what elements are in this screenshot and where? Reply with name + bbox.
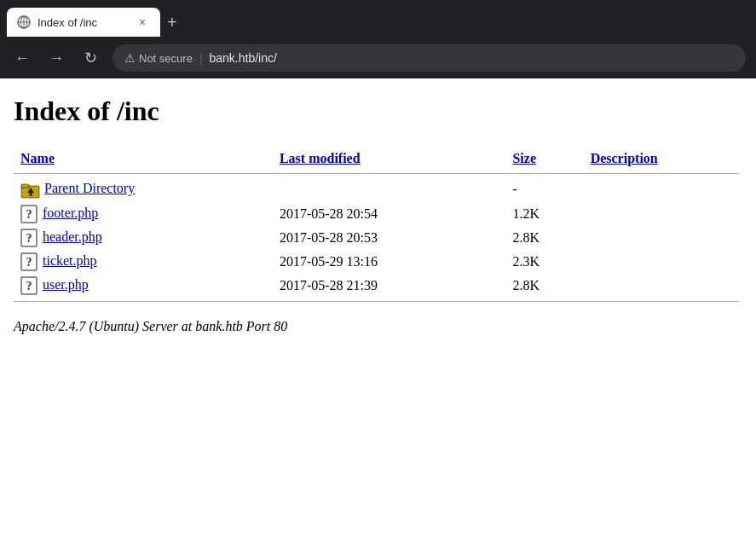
footer-divider (14, 301, 739, 302)
tab-favicon (17, 15, 31, 29)
parent-dir-icon (20, 180, 41, 200)
col-header-description-link[interactable]: Description (591, 151, 658, 165)
file-modified-cell: 2017-05-28 21:39 (273, 274, 506, 298)
svg-text:?: ? (26, 256, 32, 269)
not-secure-indicator: ⚠ Not secure (124, 51, 193, 65)
table-row: Parent Directory- (14, 177, 739, 202)
table-row: ? header.php2017-05-28 20:532.8K (14, 226, 739, 250)
reload-button[interactable]: ↻ (78, 46, 102, 70)
header-divider (14, 173, 739, 174)
file-modified-cell: 2017-05-28 20:54 (273, 202, 506, 226)
file-size-cell: 2.8K (505, 274, 583, 298)
file-name-cell: Parent Directory (14, 177, 273, 202)
table-row: ? user.php2017-05-28 21:392.8K (14, 274, 739, 298)
file-modified-cell: 2017-05-28 20:53 (273, 226, 506, 250)
not-secure-label: Not secure (139, 52, 193, 65)
tab-close-button[interactable]: × (135, 14, 150, 30)
new-tab-button[interactable]: + (167, 13, 177, 32)
file-name-cell: ? footer.php (14, 202, 273, 226)
file-desc-cell (584, 177, 739, 202)
active-tab[interactable]: Index of /inc × (7, 8, 160, 37)
page-title: Index of /inc (14, 96, 739, 127)
file-size-cell: - (505, 177, 583, 202)
table-header-row: Name Last modified Size Description (14, 148, 739, 170)
tab-bar: Index of /inc × + (0, 0, 756, 38)
file-desc-cell (584, 226, 739, 250)
header-divider-row (14, 170, 739, 177)
file-size-cell: 1.2K (505, 202, 583, 226)
svg-text:?: ? (26, 280, 32, 293)
col-header-modified: Last modified (273, 148, 506, 170)
table-row: ? footer.php2017-05-28 20:541.2K (14, 202, 739, 226)
svg-text:?: ? (26, 232, 32, 245)
file-name-cell: ? user.php (14, 274, 273, 298)
back-button[interactable]: ← (10, 46, 34, 70)
file-link[interactable]: Parent Directory (44, 181, 135, 195)
url-separator: | (199, 51, 203, 65)
address-bar: ← → ↻ ⚠ Not secure | bank.htb/inc/ (0, 38, 756, 78)
file-listing-table: Name Last modified Size Description (14, 148, 739, 305)
url-text: bank.htb/inc/ (210, 51, 277, 65)
footer-divider-row (14, 298, 739, 305)
server-info: Apache/2.4.7 (Ubuntu) Server at bank.htb… (14, 319, 739, 334)
col-header-description: Description (584, 148, 739, 170)
col-header-size-link[interactable]: Size (512, 151, 536, 165)
browser-chrome: Index of /inc × + ← → ↻ ⚠ Not secure | b… (0, 0, 756, 78)
file-size-cell: 2.3K (505, 250, 583, 274)
forward-button[interactable]: → (44, 46, 68, 70)
col-header-modified-link[interactable]: Last modified (280, 151, 361, 165)
col-header-name: Name (14, 148, 273, 170)
php-file-icon: ? (20, 276, 38, 295)
file-modified-cell (273, 177, 506, 202)
php-file-icon: ? (20, 229, 38, 247)
file-link[interactable]: user.php (43, 277, 89, 292)
php-file-icon: ? (20, 205, 38, 223)
table-row: ? ticket.php2017-05-29 13:162.3K (14, 250, 739, 274)
col-header-name-link[interactable]: Name (20, 151, 55, 165)
file-desc-cell (584, 274, 739, 298)
file-name-cell: ? ticket.php (14, 250, 273, 274)
file-desc-cell (584, 202, 739, 226)
file-size-cell: 2.8K (505, 226, 583, 250)
php-file-icon: ? (20, 252, 38, 271)
page-content: Index of /inc Name Last modified Size De… (0, 78, 756, 420)
file-modified-cell: 2017-05-29 13:16 (273, 250, 506, 274)
file-name-cell: ? header.php (14, 226, 273, 250)
file-link[interactable]: ticket.php (43, 253, 97, 268)
file-link[interactable]: footer.php (43, 206, 98, 220)
url-bar[interactable]: ⚠ Not secure | bank.htb/inc/ (113, 44, 746, 72)
col-header-size: Size (505, 148, 583, 170)
svg-rect-5 (21, 184, 29, 188)
tab-title: Index of /inc (38, 16, 128, 29)
file-desc-cell (584, 250, 739, 274)
svg-text:?: ? (26, 208, 32, 221)
file-link[interactable]: header.php (43, 229, 102, 244)
warning-icon: ⚠ (124, 51, 136, 65)
